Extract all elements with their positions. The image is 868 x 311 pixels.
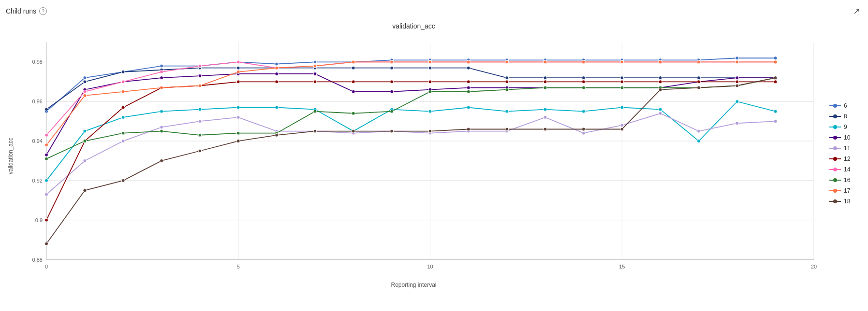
svg-point-122 [736, 122, 739, 125]
svg-point-134 [428, 80, 432, 84]
svg-point-82 [736, 100, 739, 103]
svg-point-133 [390, 80, 394, 84]
svg-point-130 [275, 80, 279, 84]
svg-point-216 [505, 127, 509, 131]
svg-point-221 [697, 86, 700, 89]
svg-point-131 [313, 80, 317, 84]
svg-point-203 [774, 60, 777, 64]
svg-point-27 [160, 64, 163, 68]
help-icon[interactable]: ? [39, 7, 47, 15]
svg-point-195 [467, 60, 470, 64]
chart-area: validation_acc validation_acc 0.880.90.9… [4, 18, 862, 289]
svg-text:0.92: 0.92 [32, 178, 43, 184]
svg-point-95 [467, 86, 470, 89]
svg-text:0.94: 0.94 [32, 138, 43, 144]
legend-label-16: 16 [844, 177, 850, 184]
svg-point-135 [467, 80, 470, 84]
svg-point-120 [659, 112, 662, 115]
svg-point-210 [275, 133, 279, 137]
svg-point-166 [121, 131, 125, 135]
svg-point-193 [390, 60, 394, 64]
svg-point-215 [467, 127, 470, 131]
svg-point-218 [582, 127, 585, 131]
legend-item-17: 17 [829, 187, 858, 194]
svg-point-119 [620, 124, 624, 127]
svg-point-219 [620, 127, 624, 131]
svg-point-209 [236, 140, 240, 143]
svg-point-79 [620, 106, 624, 109]
legend-item-14: 14 [829, 166, 858, 173]
legend-item-10: 10 [829, 134, 858, 141]
svg-point-173 [390, 110, 394, 113]
svg-point-90 [275, 72, 279, 75]
svg-point-31 [313, 60, 317, 64]
svg-point-191 [313, 64, 317, 68]
svg-point-200 [659, 60, 662, 64]
header-left: Child runs ? [6, 7, 47, 15]
legend: 6 8 9 10 11 12 14 16 [824, 18, 862, 289]
svg-point-147 [160, 70, 163, 73]
legend-label-18: 18 [844, 198, 850, 205]
svg-point-140 [659, 80, 662, 84]
svg-point-212 [352, 129, 355, 133]
legend-label-11: 11 [844, 145, 850, 152]
main-container: Child runs ? ↗ validation_acc validation… [0, 0, 868, 311]
child-runs-title: Child runs [6, 7, 36, 15]
svg-point-55 [467, 66, 470, 70]
svg-point-202 [736, 60, 739, 64]
chart-inner: validation_acc 0.880.90.920.940.960.9805… [4, 32, 824, 280]
legend-label-9: 9 [844, 124, 847, 130]
svg-text:0.96: 0.96 [32, 99, 43, 104]
svg-point-169 [236, 131, 240, 135]
svg-point-143 [774, 80, 777, 84]
svg-point-129 [236, 80, 240, 84]
svg-point-57 [544, 76, 547, 80]
svg-point-220 [659, 88, 662, 91]
svg-text:20: 20 [811, 264, 817, 269]
legend-item-8: 8 [829, 113, 858, 120]
svg-text:5: 5 [237, 264, 240, 269]
expand-icon[interactable]: ↗ [853, 6, 860, 16]
svg-point-213 [390, 129, 394, 133]
svg-point-80 [659, 108, 662, 111]
svg-point-142 [736, 80, 739, 84]
svg-point-49 [236, 66, 240, 70]
svg-point-165 [83, 140, 87, 143]
svg-point-174 [428, 90, 432, 93]
svg-point-69 [236, 106, 240, 109]
svg-point-126 [121, 106, 125, 109]
svg-text:0.98: 0.98 [32, 59, 43, 65]
svg-point-56 [505, 76, 509, 80]
svg-point-68 [198, 108, 202, 111]
svg-point-107 [160, 126, 163, 129]
y-axis-label: validation_acc [4, 32, 17, 280]
svg-point-83 [774, 110, 777, 113]
svg-point-45 [83, 80, 87, 84]
svg-point-179 [620, 86, 624, 89]
chart-title: validation_acc [4, 18, 824, 32]
svg-point-104 [45, 193, 48, 196]
svg-point-81 [697, 140, 700, 143]
svg-point-87 [160, 76, 163, 80]
svg-point-199 [620, 60, 624, 64]
svg-point-149 [236, 60, 240, 64]
svg-point-46 [121, 70, 125, 73]
svg-point-43 [774, 57, 777, 60]
svg-point-42 [736, 57, 739, 60]
svg-point-187 [160, 86, 163, 89]
svg-point-108 [198, 120, 202, 123]
legend-label-6: 6 [844, 102, 847, 109]
svg-point-109 [236, 115, 240, 119]
svg-point-206 [121, 179, 125, 182]
svg-point-67 [160, 110, 163, 113]
svg-point-88 [198, 74, 202, 78]
svg-point-77 [544, 108, 547, 111]
svg-point-93 [390, 90, 394, 93]
svg-point-139 [620, 80, 624, 84]
svg-point-144 [45, 133, 48, 137]
svg-point-196 [505, 60, 509, 64]
svg-point-75 [467, 106, 470, 109]
svg-point-91 [313, 72, 317, 75]
svg-point-186 [121, 90, 125, 93]
svg-point-208 [198, 149, 202, 153]
